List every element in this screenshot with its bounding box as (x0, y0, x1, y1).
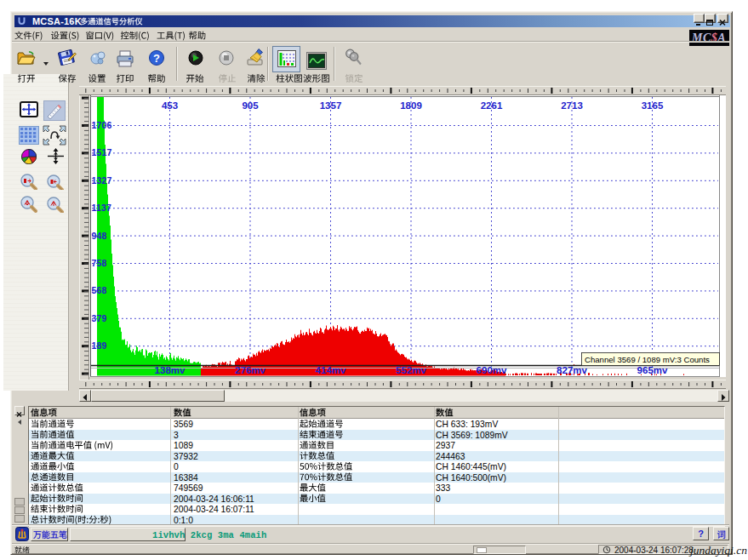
svg-text:379: 379 (92, 313, 107, 323)
svg-text:3165: 3165 (642, 100, 664, 111)
svg-text:552mv: 552mv (396, 365, 426, 375)
svg-text:2261: 2261 (481, 100, 503, 111)
svg-text:453: 453 (162, 100, 178, 111)
svg-text:?: ? (153, 52, 160, 65)
svg-text:948: 948 (92, 231, 107, 241)
svg-text:827mv: 827mv (557, 365, 587, 375)
svg-text:758: 758 (92, 258, 107, 268)
svg-text:965mv: 965mv (637, 365, 668, 375)
svg-text:905: 905 (242, 100, 259, 111)
svg-text:189: 189 (92, 340, 107, 351)
svg-text:1706: 1706 (92, 120, 112, 130)
svg-text:2713: 2713 (561, 100, 583, 111)
svg-text:414mv: 414mv (316, 365, 346, 375)
svg-text:1137: 1137 (92, 203, 112, 213)
svg-text:690mv: 690mv (477, 365, 507, 375)
svg-text:568: 568 (92, 285, 107, 295)
svg-text:1517: 1517 (92, 147, 112, 157)
svg-text:138mv: 138mv (155, 365, 186, 375)
svg-text:1357: 1357 (320, 100, 342, 111)
svg-text:Channel 3569 / 1089 mV:3 Count: Channel 3569 / 1089 mV:3 Counts (585, 355, 710, 364)
svg-text:1809: 1809 (400, 100, 422, 111)
svg-text:1327: 1327 (92, 175, 112, 186)
svg-text:276mv: 276mv (235, 365, 266, 375)
